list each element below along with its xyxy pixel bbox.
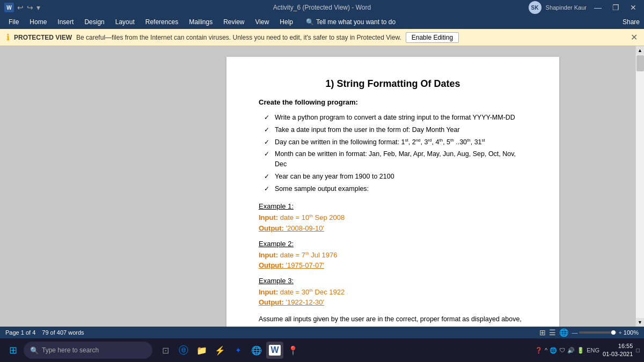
task-view-icon: ⊡	[162, 345, 169, 356]
chrome-icon: 🌐	[251, 345, 262, 356]
list-item: Some sample output examples:	[264, 184, 527, 194]
menu-design[interactable]: Design	[80, 17, 108, 27]
clock-time: 16:55	[603, 342, 633, 350]
view-layout-icon[interactable]: ☰	[549, 328, 556, 337]
scroll-down-button[interactable]: ▼	[636, 318, 645, 327]
word-taskbar-icon: W	[269, 345, 280, 356]
system-tray: ❓ ^ 🌐 🛡 🔊 🔋 ENG	[535, 347, 599, 354]
status-bar: Page 1 of 4 79 of 407 words ⊞ ☰ 🌐 — + 10…	[0, 327, 644, 338]
document-container[interactable]: 1) String Formatting Of Dates Create the…	[150, 46, 635, 327]
chevron-icon[interactable]: ^	[545, 347, 547, 353]
title-bar: W ↩ ↪ ▾ Activity_6 (Protected View) - Wo…	[0, 0, 644, 15]
undo-button[interactable]: ↩	[17, 3, 24, 12]
battery-icon[interactable]: 🔋	[577, 347, 584, 354]
example2-heading: Example 2:	[259, 240, 527, 248]
menu-mailings[interactable]: Mailings	[185, 17, 217, 27]
example3-heading: Example 3:	[259, 277, 527, 285]
tell-me-field[interactable]: 🔍 Tell me what you want to do	[302, 17, 400, 27]
checklist: Write a python program to convert a date…	[259, 113, 527, 194]
menu-bar: File Home Insert Design Layout Reference…	[0, 15, 644, 29]
example3-output: Output: '1922-12-30'	[259, 298, 527, 306]
zoom-level: 100%	[624, 329, 639, 336]
scroll-thumb[interactable]	[636, 55, 644, 71]
example1-heading: Example 1:	[259, 202, 527, 210]
example3-input: Input: date = 30th Dec 1922	[259, 288, 527, 296]
show-desktop-button[interactable]: □	[636, 347, 640, 353]
restore-button[interactable]: ❐	[609, 2, 623, 13]
menu-help[interactable]: Help	[275, 17, 297, 27]
redo-button[interactable]: ↪	[27, 3, 33, 12]
view-web-icon[interactable]: 🌐	[559, 328, 568, 337]
taskbar-edge[interactable]: ⓔ	[175, 342, 192, 359]
user-name: Shapinder Kaur	[546, 4, 587, 11]
taskbar-multitasking[interactable]: ⊡	[157, 342, 174, 359]
main-area: 1) String Formatting Of Dates Create the…	[0, 46, 644, 327]
taskbar-files[interactable]: 📁	[193, 342, 210, 359]
clock[interactable]: 16:55 01-03-2021	[603, 342, 633, 359]
language-label: ENG	[587, 347, 599, 353]
menu-home[interactable]: Home	[25, 17, 51, 27]
taskbar-right: ❓ ^ 🌐 🛡 🔊 🔋 ENG 16:55 01-03-2021 □	[535, 342, 640, 359]
list-item: Day can be written in the following form…	[264, 137, 527, 147]
windows-logo-icon: ⊞	[9, 344, 17, 356]
protected-view-label: PROTECTED VIEW	[14, 34, 72, 41]
taskbar-word[interactable]: W	[266, 342, 283, 359]
close-button[interactable]: ✕	[627, 2, 640, 13]
minimize-button[interactable]: —	[591, 2, 605, 13]
taskbar-app4[interactable]: ⚡	[211, 342, 229, 359]
maps-icon: 📍	[288, 345, 298, 356]
zoom-controls[interactable]: — + 100%	[572, 329, 639, 336]
search-icon: 🔍	[30, 346, 39, 354]
enable-editing-button[interactable]: Enable Editing	[406, 32, 459, 43]
zoom-slider[interactable]	[579, 331, 617, 334]
menu-file[interactable]: File	[4, 17, 23, 27]
taskbar-dropbox[interactable]: ✦	[230, 342, 247, 359]
scroll-up-button[interactable]: ▲	[636, 46, 645, 55]
page-info: Page 1 of 4	[5, 329, 35, 336]
taskbar-chrome[interactable]: 🌐	[248, 342, 265, 359]
zoom-plus[interactable]: +	[618, 329, 621, 336]
example2-output: Output: '1975-07-07'	[259, 261, 527, 269]
edge-icon: ⓔ	[179, 344, 188, 357]
menu-insert[interactable]: Insert	[53, 17, 78, 27]
list-item: Write a python program to convert a date…	[264, 113, 527, 123]
title-bar-right: SK Shapinder Kaur — ❐ ✕	[529, 1, 640, 14]
protected-bar-close[interactable]: ✕	[631, 32, 638, 42]
quick-access-more[interactable]: ▾	[36, 3, 40, 12]
section-heading: Create the following program:	[259, 98, 527, 106]
shield-icon[interactable]: 🛡	[559, 347, 565, 353]
word-count: 79 of 407 words	[42, 329, 84, 336]
question-icon[interactable]: ❓	[535, 347, 543, 354]
start-button[interactable]: ⊞	[4, 342, 21, 359]
left-sidebar	[0, 46, 150, 327]
menu-layout[interactable]: Layout	[111, 17, 139, 27]
taskbar-maps[interactable]: 📍	[284, 342, 302, 359]
folder-icon: 📁	[196, 345, 207, 356]
lightning-icon: ⚡	[215, 345, 225, 356]
taskbar-apps: ⊡ ⓔ 📁 ⚡ ✦ 🌐 W 📍	[157, 342, 302, 359]
taskbar-search[interactable]: 🔍 Type here to search	[24, 342, 152, 359]
dropbox-icon: ✦	[235, 346, 241, 354]
status-right: ⊞ ☰ 🌐 — + 100%	[539, 328, 639, 337]
zoom-minus[interactable]: —	[572, 329, 577, 336]
list-item: Month can be written in format: Jan, Feb…	[264, 149, 527, 169]
scrollbar[interactable]: ▲ ▼	[635, 46, 644, 327]
menu-review[interactable]: Review	[219, 17, 248, 27]
zoom-slider-thumb[interactable]	[611, 330, 616, 335]
scroll-track[interactable]	[636, 55, 645, 318]
window-title: Activity_6 (Protected View) - Word	[273, 4, 371, 11]
share-button[interactable]: Share	[623, 18, 640, 26]
example1-output: Output: '2008-09-10'	[259, 224, 527, 232]
clock-date: 01-03-2021	[603, 350, 633, 358]
taskbar: ⊞ 🔍 Type here to search ⊡ ⓔ 📁 ⚡ ✦ 🌐 W 📍	[0, 338, 644, 362]
menu-references[interactable]: References	[141, 17, 182, 27]
network-icon[interactable]: 🌐	[550, 347, 557, 354]
word-icon: W	[4, 3, 14, 12]
document-page: 1) String Formatting Of Dates Create the…	[226, 57, 559, 327]
menu-view[interactable]: View	[251, 17, 274, 27]
user-avatar[interactable]: SK	[529, 1, 541, 14]
protected-view-message: Be careful—files from the Internet can c…	[76, 34, 401, 41]
document-title: 1) String Formatting Of Dates	[259, 78, 527, 90]
speaker-icon[interactable]: 🔊	[567, 347, 575, 354]
view-normal-icon[interactable]: ⊞	[539, 328, 546, 337]
